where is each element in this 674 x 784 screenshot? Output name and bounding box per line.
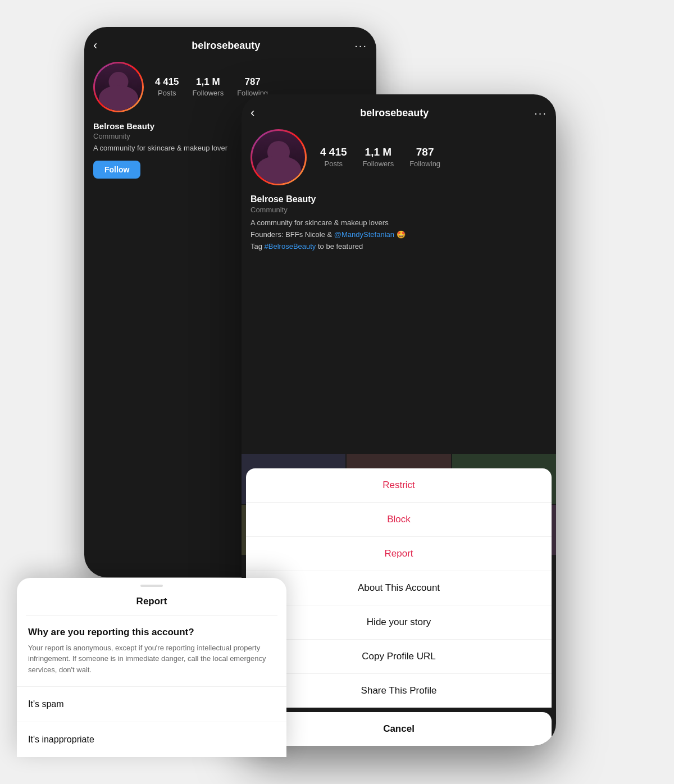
cancel-button[interactable]: Cancel [246, 712, 552, 746]
fg-username: belrosebeauty [360, 107, 429, 119]
bg-stat-posts: 4 415 Posts [155, 76, 179, 98]
bg-posts-count: 4 415 [155, 76, 179, 88]
fg-bio-hashtag[interactable]: #BelroseBeauty [265, 242, 316, 250]
fg-avatar[interactable] [251, 129, 307, 185]
report-section-title: Why are you reporting this account? [17, 616, 286, 642]
report-description: Your report is anonymous, except if you'… [17, 642, 286, 687]
fg-posts-label: Posts [325, 159, 343, 168]
bg-following-count: 787 [237, 76, 268, 88]
share-profile-option[interactable]: Share This Profile [246, 674, 552, 708]
fg-stat-followers: 1,1 M Followers [363, 146, 394, 168]
bg-follow-button[interactable]: Follow [93, 161, 140, 179]
bg-followers-count: 1,1 M [193, 76, 224, 88]
bg-avatar[interactable] [93, 62, 144, 112]
sheet-main-content: Restrict Block Report About This Account… [246, 468, 552, 708]
copy-profile-url-option[interactable]: Copy Profile URL [246, 640, 552, 674]
about-account-option[interactable]: About This Account [246, 571, 552, 605]
bg-more-icon[interactable]: ··· [354, 39, 367, 52]
fg-followers-count: 1,1 M [363, 146, 394, 158]
fg-stats: 4 415 Posts 1,1 M Followers 787 Followin… [320, 146, 440, 168]
scene: ‹ belrosebeauty ··· 4 415 Posts 1,1 M [84, 27, 590, 757]
fg-posts-count: 4 415 [320, 146, 347, 158]
fg-back-icon[interactable]: ‹ [251, 106, 254, 120]
action-bottom-sheet: Restrict Block Report About This Account… [242, 468, 556, 746]
report-spam-option[interactable]: It's spam [17, 687, 286, 722]
phone-foreground: ‹ belrosebeauty ··· 4 415 Posts 1,1 M [242, 94, 556, 746]
fg-profile-row: 4 415 Posts 1,1 M Followers 787 Followin… [251, 129, 547, 185]
hide-story-option[interactable]: Hide your story [246, 605, 552, 640]
drag-handle [140, 585, 163, 587]
fg-followers-label: Followers [363, 159, 394, 168]
fg-bio-mention[interactable]: @MandyStefanian [334, 230, 394, 239]
bg-username: belrosebeauty [192, 40, 260, 52]
restrict-option[interactable]: Restrict [246, 468, 552, 503]
fg-bio-tag-suffix: to be featured [316, 242, 363, 250]
bg-stat-followers: 1,1 M Followers [193, 76, 224, 98]
bg-followers-label: Followers [193, 89, 224, 97]
bg-posts-label: Posts [158, 89, 176, 97]
fg-profile-bio: A community for skincare & makeup lovers… [251, 217, 547, 252]
fg-bio-tag-prefix: Tag [251, 242, 265, 250]
fg-stat-following: 787 Following [409, 146, 440, 168]
report-inappropriate-option[interactable]: It's inappropriate [17, 722, 286, 757]
fg-more-icon[interactable]: ··· [534, 107, 547, 120]
fg-stat-posts: 4 415 Posts [320, 146, 347, 168]
fg-profile-category: Community [251, 206, 547, 214]
bg-back-icon[interactable]: ‹ [93, 38, 97, 53]
block-option[interactable]: Block [246, 503, 552, 537]
bg-phone-header: ‹ belrosebeauty ··· [93, 38, 367, 53]
fg-phone-header: ‹ belrosebeauty ··· [251, 106, 547, 120]
fg-following-label: Following [409, 159, 440, 168]
report-bottom-sheet: Report Why are you reporting this accoun… [17, 578, 286, 758]
fg-following-count: 787 [409, 146, 440, 158]
fg-bio-line1: A community for skincare & makeup lovers [251, 218, 389, 227]
fg-profile-name: Belrose Beauty [251, 194, 547, 204]
fg-bio-founders: Founders: BFFs Nicole & [251, 230, 334, 239]
report-title: Report [26, 596, 277, 616]
report-option[interactable]: Report [246, 537, 552, 571]
